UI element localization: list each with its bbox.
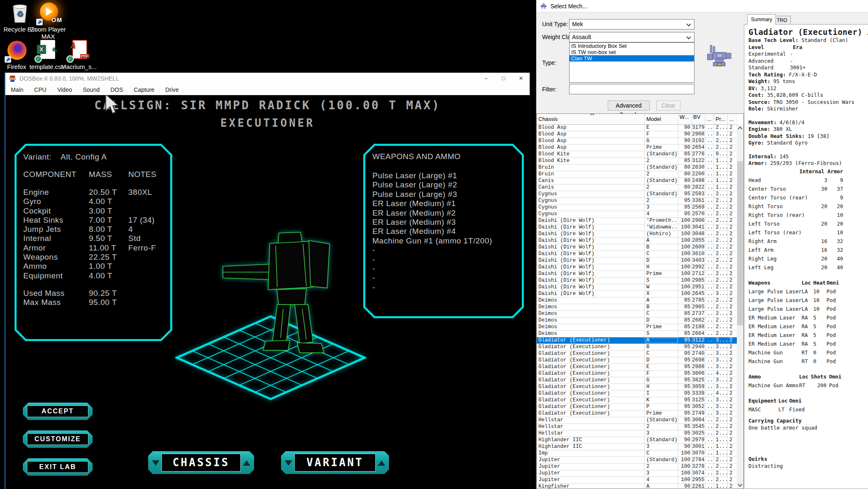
- table-row[interactable]: Gladiator (Executioner) F 95 3606 ... 4.…: [537, 371, 738, 377]
- table-row[interactable]: Jupiter 2 100 3278 ... 2... 2: [537, 464, 738, 470]
- table-row[interactable]: Gladiator (Executioner) A 95 3112 ... 3.…: [537, 337, 738, 344]
- scroll-up-icon[interactable]: [738, 126, 742, 131]
- type-option[interactable]: IS Introductory Box Set: [570, 43, 694, 49]
- table-row[interactable]: Cygnus (Standard) 95 2583 ... 2... 2: [537, 191, 738, 198]
- menu-item[interactable]: CPU: [29, 86, 52, 93]
- table-row[interactable]: Highlander IIC (Standard) 90 2979 ... 1.…: [537, 437, 738, 444]
- table-row[interactable]: Hellstar 3 95 3025 ... 2... 2: [537, 430, 738, 437]
- minimize-button[interactable]: –: [477, 73, 495, 84]
- table-row[interactable]: Blood Asp F 90 2908 ... 3... 2: [537, 131, 738, 138]
- table-row[interactable]: Daishi (Dire Wolf) 'Prometh... 100 2900 …: [537, 218, 738, 224]
- table-row[interactable]: Hellstar (Standard) 95 3084 ... 2... 2: [537, 417, 738, 424]
- table-row[interactable]: Daishi (Dire Wolf) B 100 2609 ... 2... 2: [537, 244, 738, 251]
- clear-button[interactable]: Clear: [656, 101, 680, 111]
- desktop-icon-macrium[interactable]: λ PDF ✓ Macrium_s...: [59, 40, 99, 70]
- column-header-model[interactable]: Model: [645, 114, 678, 124]
- scrollbar-thumb[interactable]: [737, 161, 743, 325]
- table-row[interactable]: Bruin 2 80 2200 ... 1... 2: [537, 171, 738, 178]
- table-row[interactable]: Deimos A 85 2785 ... 2... 2: [537, 297, 738, 304]
- menu-item[interactable]: Video: [52, 86, 78, 93]
- dosbox-titlebar[interactable]: DOSBox-X 0.83.0, 100%, MW2SHELL – □ ✕: [5, 73, 530, 84]
- type-option[interactable]: Clan TW: [570, 55, 694, 61]
- table-row[interactable]: Gladiator (Executioner) C 95 2740 ... 3.…: [537, 351, 738, 357]
- table-row[interactable]: Daishi (Dire Wolf) C 100 3610 ... 2... 2: [537, 251, 738, 258]
- menu-item[interactable]: Drive: [160, 86, 184, 93]
- table-row[interactable]: Jupiter 4 100 2955 ... 2... 2: [537, 477, 738, 484]
- table-row[interactable]: Deimos B 85 2965 ... 2... 2: [537, 304, 738, 311]
- chassis-selector[interactable]: CHASSIS: [148, 451, 254, 474]
- column-header-dots[interactable]: ...: [705, 114, 714, 124]
- column-header-dots2[interactable]: ...: [728, 114, 738, 124]
- table-row[interactable]: Daishi (Dire Wolf) S 100 2985 ... 2... 2: [537, 278, 738, 284]
- table-row[interactable]: Blood Asp Prime 90 2654 ... 2... 2: [537, 145, 738, 151]
- menu-item[interactable]: Capture: [128, 86, 160, 93]
- table-row[interactable]: Daishi (Dire Wolf) A 100 2855 ... 2... 2: [537, 238, 738, 244]
- cell-bv: 2682: [692, 317, 705, 324]
- column-header-chassis[interactable]: Chassis: [537, 114, 645, 124]
- table-row[interactable]: Canis 2 80 2822 ... 1... 2: [537, 184, 738, 191]
- table-row[interactable]: Highlander IIC 3 90 3001 ... 1... 2: [537, 444, 738, 450]
- table-row[interactable]: Hellstar 2 95 3545 ... 2... 2: [537, 424, 738, 430]
- maximize-button[interactable]: □: [495, 73, 512, 84]
- table-row[interactable]: Daishi (Dire Wolf) D 100 3403 ... 2... 2: [537, 258, 738, 264]
- tab-summary[interactable]: Summary: [747, 14, 776, 25]
- table-row[interactable]: Imp C 100 3070 ... 1... 2: [537, 450, 738, 457]
- variant-prev-icon[interactable]: [285, 460, 292, 466]
- table-row[interactable]: Cygnus 3 95 2569 ... 2... 2: [537, 204, 738, 211]
- table-row[interactable]: Gladiator (Executioner) Prime 95 2749 ..…: [537, 410, 738, 417]
- close-button[interactable]: ✕: [512, 73, 530, 84]
- table-row[interactable]: Gladiator (Executioner) P 95 3052 ... 3.…: [537, 404, 738, 410]
- table-row[interactable]: Canis (Standard) 80 2498 ... 1... 2: [537, 178, 738, 184]
- table-row[interactable]: Daishi (Dire Wolf) W 100 2951 ... 2... 2: [537, 284, 738, 291]
- type-list[interactable]: IS Introductory Box SetIS TW non-box set…: [569, 42, 694, 83]
- table-row[interactable]: Bruin (Standard) 80 2630 ... 1... 2: [537, 165, 738, 171]
- menu-item[interactable]: Main: [5, 86, 29, 93]
- table-row[interactable]: Deimos C 85 2737 ... 2... 2: [537, 311, 738, 317]
- unit-type-dropdown[interactable]: Mek: [569, 19, 694, 29]
- table-row[interactable]: Daishi (Dire Wolf) (Hohiro) 100 3048 ...…: [537, 231, 738, 238]
- table-row[interactable]: Gladiator (Executioner) G 95 3825 ... 3.…: [537, 377, 738, 384]
- variant-next-icon[interactable]: [378, 460, 385, 466]
- table-row[interactable]: Daishi (Dire Wolf) 'Widowma... 100 3041 …: [537, 224, 738, 231]
- table-row[interactable]: Gladiator (Executioner) D 95 2698 ... 3.…: [537, 357, 738, 364]
- table-row[interactable]: Kingfisher A 90 2261 ... 1... 2: [537, 484, 738, 489]
- column-header-price[interactable]: Pr...: [714, 114, 728, 124]
- advanced-search-button[interactable]: Advanced Search: [608, 101, 650, 111]
- menu-item[interactable]: Sound: [77, 86, 105, 93]
- exit-lab-button[interactable]: EXIT LAB: [23, 458, 93, 476]
- variant-selector[interactable]: VARIANT: [281, 451, 389, 474]
- table-row[interactable]: Blood Kite (Standard) 85 2776 ... 9... 2: [537, 151, 738, 158]
- type-option[interactable]: IS TW non-box set: [570, 49, 694, 55]
- chassis-next-icon[interactable]: [243, 460, 250, 466]
- table-row[interactable]: Blood Kite 2 85 3122 ... 1... 2: [537, 158, 738, 165]
- table-row[interactable]: Gladiator (Executioner) E 95 2988 ... 3.…: [537, 364, 738, 371]
- column-header-weight[interactable]: W...: [678, 114, 692, 124]
- accept-button[interactable]: ACCEPT: [23, 403, 93, 420]
- chassis-prev-icon[interactable]: [152, 460, 159, 466]
- table-row[interactable]: Deimos S 85 2664 ... 2... 2: [537, 331, 738, 337]
- table-row[interactable]: Daishi (Dire Wolf) H 100 2992 ... 2... 2: [537, 264, 738, 271]
- table-row[interactable]: Daishi (Dire Wolf) X 100 2645 ... 3... 2: [537, 291, 738, 297]
- table-scrollbar[interactable]: [737, 125, 743, 489]
- table-row[interactable]: Gladiator (Executioner) B 95 2940 ... 3.…: [537, 344, 738, 351]
- scroll-down-icon[interactable]: [738, 482, 742, 487]
- desktop-icon-zoom-player[interactable]: OM ↗ Zoom Player MAX: [28, 2, 68, 40]
- table-row[interactable]: Blood Asp E 90 3179 ... 2... 2: [537, 125, 738, 131]
- table-row[interactable]: Gladiator (Executioner) K 95 3125 ... 3.…: [537, 397, 738, 404]
- customize-button[interactable]: CUSTOMIZE: [23, 430, 93, 448]
- column-header-bv[interactable]: BV: [692, 114, 705, 124]
- table-row[interactable]: Daishi (Dire Wolf) Prime 100 2712 ... 2.…: [537, 271, 738, 278]
- table-row[interactable]: Deimos D 85 2682 ... 2... 2: [537, 317, 738, 324]
- table-row[interactable]: Jupiter 3 100 3074 ... 2... 2: [537, 470, 738, 477]
- filter-input[interactable]: [569, 84, 694, 94]
- table-row[interactable]: Jupiter (Standard) 100 2784 ... 2... 2: [537, 457, 738, 464]
- table-row[interactable]: Cygnus 4 95 2570 ... 2... 2: [537, 211, 738, 218]
- table-row[interactable]: Gladiator (Executioner) H 95 3059 ... 3.…: [537, 384, 738, 391]
- table-row[interactable]: Cygnus 2 95 3361 ... 2... 2: [537, 198, 738, 204]
- table-row[interactable]: Blood Asp G 90 3192 ... 2... 2: [537, 138, 738, 145]
- table-row[interactable]: Gladiator (Executioner) I 95 3339 ... 4.…: [537, 391, 738, 397]
- weight-class-dropdown[interactable]: Assault: [569, 32, 694, 42]
- table-row[interactable]: Deimos Prime 85 2188 ... 2... 2: [537, 324, 738, 331]
- select-mech-titlebar[interactable]: Select Mech...: [536, 0, 868, 12]
- menu-item[interactable]: DOS: [105, 86, 128, 93]
